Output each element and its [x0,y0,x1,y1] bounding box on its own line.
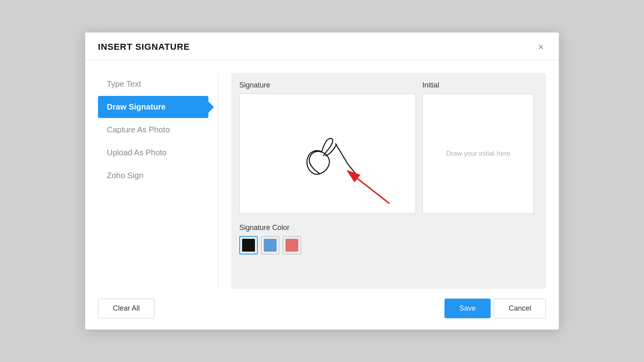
dialog-footer: Clear All Save Cancel [85,289,559,329]
initial-placeholder: Draw your initial here [446,150,510,158]
close-button[interactable]: × [536,41,546,53]
swatch-blue-inner [264,239,277,252]
main-content: Signature [218,73,546,289]
sidebar-item-zoho-sign[interactable]: Zoho Sign [98,165,208,187]
sidebar: Type Text Draw Signature Capture As Phot… [98,73,218,289]
sidebar-item-type-text[interactable]: Type Text [98,73,208,95]
color-swatch-black[interactable] [239,236,258,254]
clear-all-button[interactable]: Clear All [98,299,155,318]
color-swatch-red[interactable] [283,236,301,254]
swatch-red-inner [285,239,298,252]
signature-panel: Signature [239,81,416,281]
swatch-black-inner [242,239,255,252]
signature-drawing [240,94,416,214]
initial-panel: Initial Draw your initial here [422,81,534,281]
footer-right-buttons: Save Cancel [444,299,546,318]
cancel-button[interactable]: Cancel [494,299,546,318]
sidebar-item-capture-as-photo[interactable]: Capture As Photo [98,119,208,141]
dialog-title: INSERT SIGNATURE [98,42,190,52]
dialog-header: INSERT SIGNATURE × [85,33,559,60]
signature-label: Signature [239,81,416,89]
sidebar-item-upload-as-photo[interactable]: Upload As Photo [98,142,208,164]
color-swatch-blue[interactable] [261,236,279,254]
color-section: Signature Color [239,224,416,254]
sidebar-item-draw-signature[interactable]: Draw Signature [98,96,208,118]
save-button[interactable]: Save [444,299,491,318]
initial-canvas[interactable]: Draw your initial here [422,94,534,214]
signature-canvas[interactable] [239,94,416,214]
color-section-label: Signature Color [239,224,416,232]
insert-signature-dialog: INSERT SIGNATURE × Type Text Draw Signat… [85,33,559,329]
panels-row: Signature [231,73,546,289]
initial-label: Initial [422,81,534,89]
color-swatches [239,236,416,254]
dialog-body: Type Text Draw Signature Capture As Phot… [85,60,559,289]
